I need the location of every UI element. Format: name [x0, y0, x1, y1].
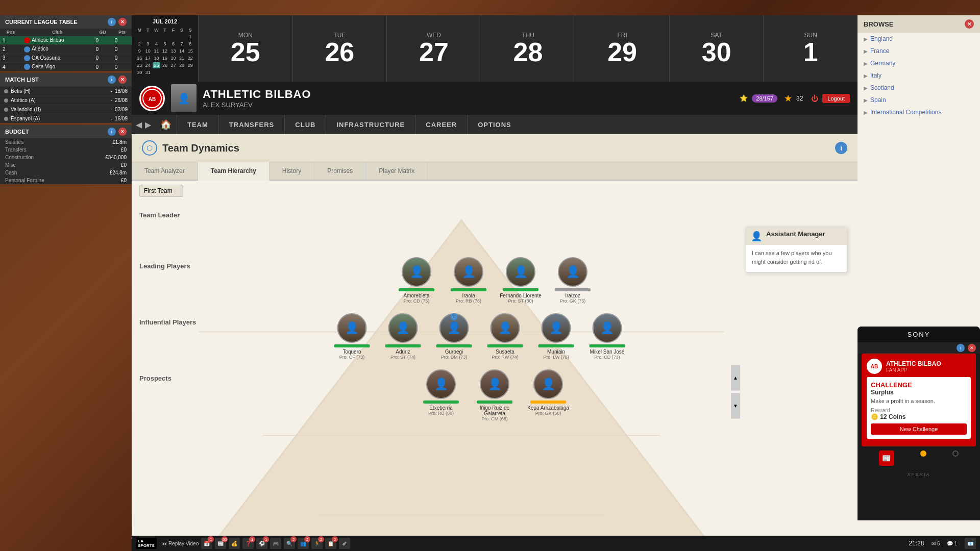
phone-news-icon[interactable]: 📰	[879, 450, 894, 466]
board-icon[interactable]: 📋 2	[325, 538, 336, 549]
svg-text:AB: AB	[149, 96, 156, 102]
news-icon[interactable]: 📰 30	[215, 538, 226, 549]
phone-challenge-card: CHALLENGE Surplus Make a profit in a sea…	[867, 377, 971, 439]
player-card[interactable]: 👤 Fernando Llorente Pro: ST (80)	[498, 257, 544, 304]
league-table-row[interactable]: 2 Atlético 0 0	[0, 45, 132, 54]
taskbar: EASPORTS ⏮ Replay Video 📅 1 📰 30 💰 ❓ 1 ⚽…	[132, 536, 980, 551]
browse-item[interactable]: ▶Italy	[857, 69, 980, 82]
phone-info-btn[interactable]: i	[957, 344, 965, 352]
back-arrow[interactable]: ◀	[136, 120, 142, 130]
phone-widget: SONY i ✕ AB ATHLETIC BILBAO FAN APP CHAL…	[857, 327, 980, 520]
challenge-desc: Make a profit in a season.	[871, 398, 967, 404]
player-card[interactable]: 👤 Iraola Pro: RB (76)	[446, 257, 492, 304]
star-rating-icon: ★	[784, 93, 792, 104]
alert-icon[interactable]: ❓ 1	[242, 538, 254, 549]
tab-analyzer[interactable]: Team Analyzer	[132, 162, 198, 180]
power-icon: ⏻	[811, 94, 818, 103]
league-close-btn[interactable]: ✕	[118, 18, 127, 26]
tab-promises[interactable]: Promises	[314, 162, 366, 180]
transfer-icon[interactable]: ⚽ 1	[256, 538, 267, 549]
scroll-controls: ▲ ▼	[731, 365, 740, 418]
forward-arrow[interactable]: ▶	[145, 120, 151, 130]
training-badge: 2	[318, 536, 324, 542]
panel-title-bar: ⬡ Team Dynamics i	[132, 134, 857, 162]
calendar-badge: 1	[208, 536, 214, 542]
browse-close-btn[interactable]: ✕	[965, 19, 974, 29]
nav-career[interactable]: CAREER	[415, 115, 467, 134]
player-card[interactable]: 👤 Iraizoz Pro: GK (75)	[550, 257, 596, 304]
match-list-item[interactable]: Atlético (A) - 26/08	[0, 95, 132, 105]
replay-video[interactable]: ⏮ Replay Video	[162, 541, 199, 546]
scroll-up-btn[interactable]: ▲	[731, 365, 740, 390]
info-button[interactable]: i	[835, 142, 847, 154]
nav-transfers[interactable]: TRANSFERS	[218, 115, 284, 134]
player-card[interactable]: 👤 Kepa Arrizabalaga Pro: GK (58)	[525, 369, 571, 421]
budget-row: Transfers£0	[0, 146, 132, 154]
browse-item[interactable]: ▶Germany	[857, 57, 980, 69]
player-avatar: 👤	[402, 257, 431, 287]
player-card[interactable]: 👤 Muniain Pro: LW (76)	[533, 313, 579, 360]
logout-button[interactable]: Logout	[822, 94, 850, 103]
match-close-btn[interactable]: ✕	[118, 76, 127, 84]
league-table-row[interactable]: 4 Celta Vigo 0 0	[0, 63, 132, 71]
league-info-btn[interactable]: i	[108, 18, 116, 26]
player-card[interactable]: 👤 Susaeta Pro: RW (74)	[482, 313, 528, 360]
scroll-down-btn[interactable]: ▼	[731, 393, 740, 418]
team-leader-label: Team Leader	[139, 211, 180, 219]
tab-hierarchy[interactable]: Team Hierarchy	[198, 162, 270, 181]
mail-icon[interactable]: 📧	[965, 538, 976, 549]
content-wrapper: First Team Team Leader Leading Players 👤…	[132, 181, 857, 551]
player-card[interactable]: 👤 Toquero Pro: CF (73)	[329, 313, 375, 360]
tab-history[interactable]: History	[270, 162, 314, 180]
league-table-row[interactable]: 1 Athletic Bilbao 0 0	[0, 36, 132, 45]
browse-item[interactable]: ▶England	[857, 33, 980, 45]
players-icon[interactable]: 👥 2	[298, 538, 309, 549]
replay-icon: ⏮	[162, 541, 167, 546]
player-position: Pro: CD (73)	[594, 355, 620, 360]
match-info-btn[interactable]: i	[108, 76, 116, 84]
browse-item[interactable]: ▶Spain	[857, 94, 980, 106]
hierarchy-area: Team Leader Leading Players 👤 Amorebieta…	[132, 201, 857, 551]
training-icon[interactable]: 🏃 2	[311, 538, 323, 549]
money-icon[interactable]: 💰	[229, 538, 240, 549]
media-icon[interactable]: 🗞	[339, 538, 350, 549]
browse-item[interactable]: ▶Scotland	[857, 82, 980, 94]
team-dropdown[interactable]: First Team	[139, 185, 183, 197]
player-avatar: 👤	[454, 257, 483, 287]
match-list-item[interactable]: Espanyol (A) - 16/09	[0, 114, 132, 123]
league-table-row[interactable]: 3 CA Osasuna 0 0	[0, 54, 132, 62]
player-card[interactable]: 👤 Amorebieta Pro: CD (75)	[394, 257, 439, 304]
nav-infrastructure[interactable]: INFRASTRUCTURE	[326, 115, 415, 134]
captain-badge: C	[451, 313, 458, 320]
messages-count[interactable]: ✉ 6	[932, 541, 940, 546]
player-card[interactable]: 👤 Etxeberria Pro: RB (60)	[418, 369, 464, 421]
tab-player-matrix[interactable]: Player Matrix	[366, 162, 428, 180]
right-sidebar: BROWSE ✕ ▶England▶France▶Germany▶Italy▶S…	[857, 15, 980, 536]
calendar-icon[interactable]: 📅 1	[201, 538, 212, 549]
phone-close-btn[interactable]: ✕	[968, 344, 976, 352]
tactics-icon[interactable]: 🎮	[270, 538, 281, 549]
browse-item[interactable]: ▶France	[857, 45, 980, 57]
notif-count: 1	[954, 541, 957, 546]
new-challenge-button[interactable]: New Challenge	[871, 423, 967, 435]
browse-item[interactable]: ▶International Competitions	[857, 106, 980, 118]
notifications-count[interactable]: 💬 1	[947, 541, 957, 546]
player-card[interactable]: 👤 Iñigo Ruiz de Galarreta Pro: CM (66)	[472, 369, 518, 421]
budget-close-btn[interactable]: ✕	[118, 128, 127, 136]
phone-bottom-bar: 📰	[862, 446, 976, 470]
match-list-item[interactable]: Betis (H) - 18/08	[0, 86, 132, 95]
budget-info-btn[interactable]: i	[108, 128, 116, 136]
match-list-item[interactable]: Valladolid (H) - 02/09	[0, 105, 132, 114]
player-card[interactable]: 👤 Gurpegi Pro: DM (73) C	[431, 313, 477, 360]
nav-team[interactable]: TEAM	[177, 115, 218, 134]
player-name: Gurpegi	[445, 349, 463, 355]
nav-options[interactable]: OPTIONS	[467, 115, 522, 134]
home-button[interactable]: 🏠	[155, 115, 177, 134]
player-card[interactable]: 👤 Mikel San José Pro: CD (73)	[584, 313, 630, 360]
nav-club[interactable]: CLUB	[284, 115, 326, 134]
nav-arrows: ◀ ▶	[132, 115, 155, 134]
challenge-name: Surplus	[871, 389, 967, 396]
scout-icon[interactable]: 🔍 2	[284, 538, 295, 549]
player-card[interactable]: 👤 Aduriz Pro: ST (74)	[380, 313, 426, 360]
board-badge: 2	[332, 536, 338, 542]
